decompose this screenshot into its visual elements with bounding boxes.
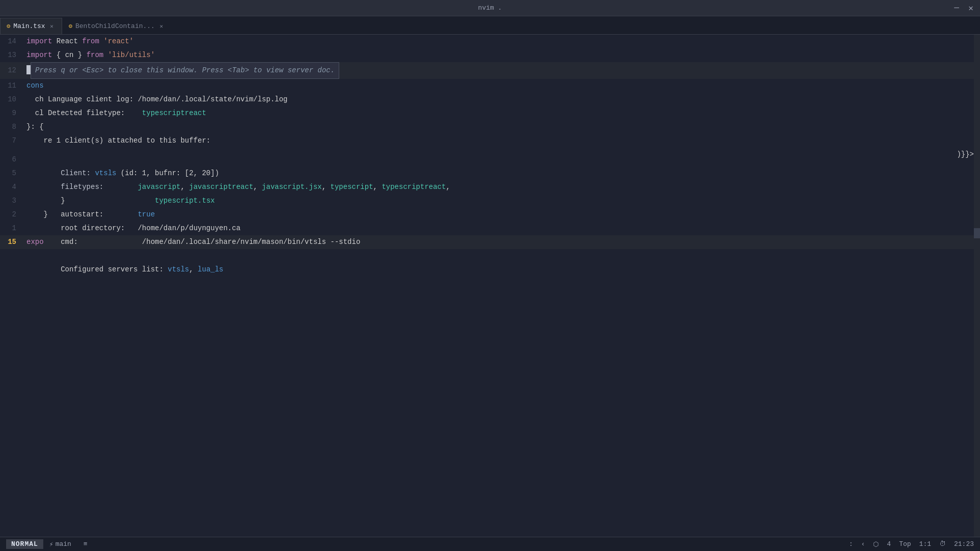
code-container: 14 import React from 'react' 13 import {… [0, 35, 980, 277]
close-button[interactable]: ✕ [966, 3, 976, 13]
scrollbar[interactable] [974, 35, 980, 537]
status-position: Top [899, 540, 911, 548]
code-line-8: 8 }: { [0, 120, 980, 134]
titlebar: nvim . ─ ✕ [0, 0, 980, 16]
line-num-14: 14 [0, 35, 24, 48]
code-line-4: 4 filetypes: javascript, javascriptreact… [0, 180, 980, 194]
minimize-button[interactable]: ─ [951, 3, 962, 13]
line-content-4: filetypes: javascript, javascriptreact, … [24, 180, 980, 194]
code-line-1: 1 root directory: /home/dan/p/duynguyen.… [0, 222, 980, 235]
arrow-left-icon: ‹ [861, 540, 865, 548]
list-icon: ≡ [84, 540, 88, 548]
line-content-14: import React from 'react' [24, 35, 980, 48]
line-content-1: root directory: /home/dan/p/duynguyen.ca [24, 222, 980, 235]
code-line-12: 12 Press q or <Esc> to close this window… [0, 62, 980, 79]
tab-bento[interactable]: ⚙ BentoChildContain... ✕ [62, 18, 172, 34]
editor-area: 14 import React from 'react' 13 import {… [0, 35, 980, 537]
line-num-13: 13 [0, 48, 24, 62]
code-line-13: 13 import { cn } from 'lib/utils' [0, 48, 980, 62]
line-content-10: ch Language client log: /home/dan/.local… [24, 93, 980, 106]
branch-name: main [56, 540, 71, 548]
line-content-6: )}}> [24, 148, 980, 161]
titlebar-title: nvim . [478, 4, 502, 12]
line-num-8: 8 [0, 120, 24, 134]
line-num-7: 7 [0, 134, 24, 148]
line-content-13: import { cn } from 'lib/utils' [24, 48, 980, 62]
line-content-5: Client: vtsls (id: 1, bufnr: [2, 20]) [24, 167, 980, 180]
code-line-11: 11 cons [0, 79, 980, 93]
hover-tooltip: Press q or <Esc> to close this window. P… [31, 62, 339, 79]
tab-main-close[interactable]: ✕ [48, 23, 56, 30]
line-content-11: cons [24, 79, 980, 93]
code-line-3: 3 } typescript.tsx [0, 194, 980, 208]
status-right: : ‹ ⬡ 4 Top 1:1 ⏱ 21:23 [849, 540, 974, 548]
code-line-5: 5 Client: vtsls (id: 1, bufnr: [2, 20]) [0, 167, 980, 180]
line-num-11: 11 [0, 79, 24, 93]
code-line-empty [0, 249, 980, 263]
line-num-10: 10 [0, 93, 24, 106]
tab-main[interactable]: ⚙ Main.tsx ✕ [0, 18, 62, 34]
tab-main-icon: ⚙ [7, 22, 10, 30]
line-num-3: 3 [0, 194, 24, 208]
line-content-15: expo cmd: /home/dan/.local/share/nvim/ma… [24, 235, 980, 249]
code-line-7: 7 re 1 client(s) attached to this buffer… [0, 134, 980, 148]
line-num-6: 6 [0, 153, 24, 167]
titlebar-controls: ─ ✕ [951, 3, 976, 13]
line-content-8: }: { [24, 120, 980, 134]
code-line-10: 10 ch Language client log: /home/dan/.lo… [0, 93, 980, 106]
line-num-5: 5 [0, 167, 24, 180]
line-num-12: 12 [0, 64, 24, 77]
line-content-9: cl Detected filetype: typescriptreact [24, 106, 980, 120]
status-branch: ⚡ main [49, 540, 71, 548]
line-content-7: re 1 client(s) attached to this buffer: [24, 134, 980, 148]
status-time: 21:23 [954, 540, 974, 548]
tab-bento-icon: ⚙ [69, 22, 72, 30]
code-line-2: 2 } autostart: true [0, 208, 980, 222]
code-line-servers: Configured servers list: vtsls, lua_ls [0, 263, 980, 277]
cube-icon: ⬡ [873, 540, 879, 548]
clock-icon: ⏱ [939, 540, 946, 548]
code-line-14: 14 import React from 'react' [0, 35, 980, 48]
lsp-count: 4 [887, 540, 891, 548]
code-line-6: 6 )}}> [0, 148, 980, 167]
line-content-servers: Configured servers list: vtsls, lua_ls [24, 263, 980, 277]
status-colon: : [849, 540, 853, 548]
line-content-3: } typescript.tsx [24, 194, 980, 208]
statusbar: NORMAL ⚡ main ≡ : ‹ ⬡ 4 Top 1:1 ⏱ 21:23 [0, 537, 980, 551]
tab-bento-close[interactable]: ✕ [158, 23, 165, 30]
code-line-15: 15 expo cmd: /home/dan/.local/share/nvim… [0, 235, 980, 249]
line-content-12: Press q or <Esc> to close this window. P… [24, 62, 980, 79]
editor-content[interactable]: 14 import React from 'react' 13 import {… [0, 35, 980, 537]
line-content-2: } autostart: true [24, 208, 980, 222]
tab-bento-label: BentoChildContain... [75, 22, 155, 30]
line-num-2: 2 [0, 208, 24, 222]
line-num-4: 4 [0, 180, 24, 194]
tab-main-label: Main.tsx [13, 22, 45, 30]
tabbar: ⚙ Main.tsx ✕ ⚙ BentoChildContain... ✕ [0, 16, 980, 35]
line-num-15: 15 [0, 235, 24, 249]
code-line-9: 9 cl Detected filetype: typescriptreact [0, 106, 980, 120]
scrollbar-thumb [974, 228, 980, 238]
status-mode: NORMAL [6, 539, 43, 549]
line-num-1: 1 [0, 222, 24, 235]
cursor-position: 1:1 [919, 540, 931, 548]
line-num-9: 9 [0, 106, 24, 120]
branch-icon: ⚡ [49, 540, 53, 548]
